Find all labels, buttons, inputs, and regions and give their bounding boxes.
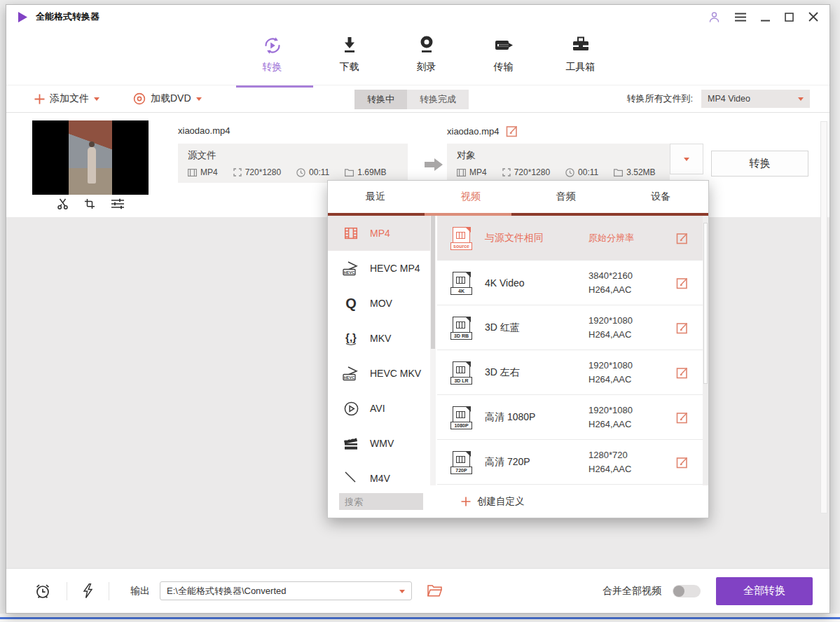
- edit-preset-icon[interactable]: [676, 456, 689, 469]
- merge-videos-label: 合并全部视频: [603, 585, 661, 597]
- edit-preset-icon[interactable]: [676, 366, 689, 379]
- preset-name: 与源文件相同: [485, 232, 544, 244]
- format-label: WMV: [370, 438, 394, 449]
- chevron-down-icon: [196, 97, 202, 101]
- preset-hd-1080p[interactable]: 1080P 高清 1080P 1920*1080H264,AAC: [437, 395, 704, 440]
- preset-resolution: 1920*1080: [588, 405, 633, 415]
- 1080p-preset-icon: 1080P: [453, 406, 470, 428]
- app-title: 全能格式转换器: [36, 11, 99, 23]
- popup-footer: 创建自定义: [328, 485, 708, 518]
- preset-codec: H264,AAC: [588, 419, 633, 429]
- format-list-scrollbar[interactable]: [430, 216, 436, 487]
- tab-converting[interactable]: 转换中: [354, 90, 407, 109]
- preset-resolution: 1920*1080: [588, 315, 633, 326]
- preset-same-as-source[interactable]: source 与源文件相同 原始分辨率: [437, 216, 704, 261]
- maximize-button[interactable]: [785, 13, 794, 22]
- thumbnail-image: [32, 120, 149, 195]
- load-dvd-button[interactable]: 加载DVD: [133, 92, 202, 105]
- popup-tab-video[interactable]: 视频: [423, 181, 518, 213]
- preset-codec: H264,AAC: [588, 374, 633, 385]
- add-file-label: 添加文件: [50, 92, 89, 105]
- m4v-icon: [343, 471, 359, 486]
- format-item-hevc-mkv[interactable]: HEVC HEVC MKV: [328, 356, 430, 391]
- app-logo-icon: [18, 11, 28, 23]
- popup-tab-audio[interactable]: 音频: [518, 181, 614, 213]
- source-format: MP4: [200, 167, 218, 177]
- convert-all-button[interactable]: 全部转换: [716, 577, 813, 605]
- format-item-mkv[interactable]: {,} MKV: [328, 321, 430, 356]
- target-format-dropdown-button[interactable]: [670, 144, 703, 174]
- format-popup-tabs: 最近 视频 音频 设备: [328, 181, 708, 213]
- edit-preset-icon[interactable]: [676, 232, 689, 244]
- chevron-down-icon: [399, 590, 405, 593]
- search-input[interactable]: [339, 493, 423, 510]
- popup-tab-device[interactable]: 设备: [613, 181, 708, 213]
- edit-preset-icon[interactable]: [676, 277, 689, 289]
- format-label: AVI: [370, 403, 385, 414]
- 3d-lr-preset-icon: 3D LR: [453, 361, 470, 383]
- preset-3d-anaglyph[interactable]: 3D RB 3D 红蓝 1920*1080H264,AAC: [437, 305, 704, 350]
- tab-toolbox[interactable]: 工具箱: [558, 35, 604, 85]
- convert-button[interactable]: 转换: [711, 151, 808, 177]
- output-path-select[interactable]: E:\全能格式转换器\Converted: [160, 581, 412, 600]
- target-info-panel: 对象 MP4 720*1280 00:11 3.52MB: [447, 144, 670, 183]
- crop-icon[interactable]: [84, 198, 95, 209]
- open-folder-icon[interactable]: [427, 585, 442, 597]
- plus-icon: [461, 497, 471, 506]
- merge-videos-toggle[interactable]: [673, 585, 701, 597]
- hevc-mkv-icon: HEVC: [342, 366, 360, 381]
- effects-icon[interactable]: [111, 198, 125, 209]
- create-custom-button[interactable]: 创建自定义: [461, 495, 525, 508]
- output-format-select[interactable]: MP4 Video: [701, 90, 810, 108]
- wmv-icon: [343, 436, 359, 451]
- preset-codec: H264,AAC: [588, 284, 633, 295]
- preset-list-scrollbar[interactable]: [703, 216, 708, 487]
- format-item-avi[interactable]: AVI: [328, 391, 430, 426]
- tab-download[interactable]: 下载: [326, 35, 373, 85]
- hevc-mp4-icon: HEVC: [342, 261, 360, 276]
- format-item-m4v[interactable]: M4V: [328, 461, 430, 487]
- film-icon: [457, 169, 466, 177]
- popup-tab-recent[interactable]: 最近: [328, 181, 423, 213]
- menu-icon[interactable]: [735, 13, 746, 22]
- output-label: 输出: [130, 585, 150, 597]
- tab-download-label: 下载: [340, 61, 359, 74]
- content-scrollbar[interactable]: [820, 121, 827, 513]
- format-item-wmv[interactable]: WMV: [328, 426, 430, 461]
- format-label: MOV: [370, 298, 392, 309]
- format-item-mp4[interactable]: MP4: [328, 216, 430, 251]
- target-size: 3.52MB: [626, 167, 655, 177]
- minimize-button[interactable]: [761, 13, 770, 22]
- source-panel-title: 源文件: [188, 149, 398, 162]
- edit-preset-icon[interactable]: [676, 411, 689, 424]
- arrow-right-icon: [425, 158, 443, 172]
- toolbar: 添加文件 加载DVD 转换中 转换完成 转换所有文件到: MP4 Video: [6, 85, 829, 113]
- source-preset-icon: source: [453, 227, 470, 249]
- tab-converted[interactable]: 转换完成: [407, 90, 469, 109]
- rename-edit-icon[interactable]: [506, 125, 518, 137]
- preset-resolution: 1280*720: [588, 450, 631, 460]
- schedule-icon[interactable]: [34, 583, 51, 600]
- dvd-icon: [133, 92, 146, 105]
- format-item-hevc-mp4[interactable]: HEVC HEVC MP4: [328, 251, 430, 286]
- add-file-button[interactable]: 添加文件: [34, 92, 99, 105]
- preset-hd-720p[interactable]: 720P 高清 720P 1280*720H264,AAC: [437, 440, 704, 485]
- tab-toolbox-label: 工具箱: [566, 61, 595, 74]
- resolution-icon: [502, 168, 511, 177]
- tab-convert[interactable]: 转换: [249, 35, 296, 85]
- high-speed-icon[interactable]: [83, 583, 93, 598]
- taskbar-accent-line: [0, 617, 840, 619]
- account-icon[interactable]: [708, 11, 720, 23]
- tab-transfer-label: 传输: [494, 61, 514, 74]
- tab-transfer[interactable]: 传输: [481, 35, 527, 85]
- toolbox-icon: [571, 35, 591, 56]
- trim-icon[interactable]: [57, 198, 69, 209]
- preset-4k-video[interactable]: 4K 4K Video 3840*2160H264,AAC: [437, 261, 704, 305]
- format-item-mov[interactable]: Q MOV: [328, 286, 430, 321]
- edit-preset-icon[interactable]: [676, 322, 689, 334]
- format-label: MP4: [370, 228, 390, 239]
- convert-all-to-label: 转换所有文件到:: [626, 92, 693, 105]
- tab-burn[interactable]: 刻录: [404, 35, 450, 85]
- close-button[interactable]: [808, 12, 818, 22]
- preset-3d-sbs[interactable]: 3D LR 3D 左右 1920*1080H264,AAC: [437, 350, 704, 395]
